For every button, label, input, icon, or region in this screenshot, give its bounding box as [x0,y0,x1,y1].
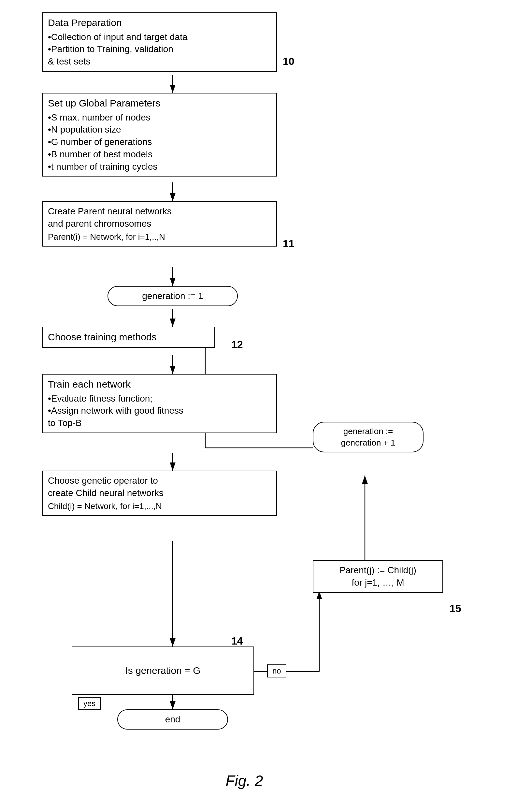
data-prep-line3: & test sets [48,55,271,68]
is-generation-text: Is generation = G [125,665,201,676]
choose-genetic-box: Choose genetic operator to create Child … [42,471,277,516]
label-ref14: 14 [231,635,243,647]
train-line1: •Evaluate fitness function; [48,392,271,405]
global-line5: •t number of training cycles [48,161,271,173]
gen-plus-line1: generation := [322,426,415,437]
genetic-line2: create Child neural networks [48,487,271,499]
data-prep-box: Data Preparation •Collection of input an… [42,12,277,72]
choose-training-text: Choose training methods [48,331,157,342]
fig-caption: Fig. 2 [179,772,309,790]
global-line3: •G number of generations [48,136,271,148]
train-line3: to Top-B [48,417,271,429]
create-parent-line1: Create Parent neural networks [48,205,271,217]
global-params-title: Set up Global Parameters [48,97,271,110]
generation-plus-box: generation := generation + 1 [313,422,423,452]
label-ref15: 15 [450,602,461,615]
parent-child-line2: for j=1, …, M [318,577,437,589]
parent-child-box: Parent(j) := Child(j) for j=1, …, M [313,560,443,593]
end-text: end [165,714,180,724]
label-ref12: 12 [231,339,243,351]
global-line4: •B number of best models [48,148,271,161]
data-prep-title: Data Preparation [48,16,271,30]
genetic-line1: Choose genetic operator to [48,474,271,487]
global-line2: •N population size [48,124,271,136]
generation-init-box: generation := 1 [108,286,238,306]
yes-label: yes [78,697,101,710]
is-generation-box: Is generation = G [72,647,254,695]
global-line1: •S max. number of nodes [48,111,271,124]
generation-init-text: generation := 1 [142,291,203,301]
parent-child-line1: Parent(j) := Child(j) [318,564,437,577]
data-prep-line1: •Collection of input and target data [48,31,271,43]
global-params-box: Set up Global Parameters •S max. number … [42,93,277,177]
create-parent-box: Create Parent neural networks and parent… [42,201,277,246]
label-ref11: 11 [283,238,294,250]
label-ref10: 10 [283,55,294,67]
create-parent-line3: Parent(i) = Network, for i=1,..,N [48,231,271,243]
create-parent-line2: and parent chromosomes [48,217,271,230]
data-prep-line2: •Partition to Training, validation [48,43,271,55]
train-title: Train each network [48,378,271,391]
train-each-box: Train each network •Evaluate fitness fun… [42,374,277,433]
gen-plus-line2: generation + 1 [322,437,415,449]
choose-training-box: Choose training methods [42,327,215,348]
diagram-container: Data Preparation •Collection of input an… [0,0,532,810]
genetic-line3: Child(i) = Network, for i=1,...,N [48,501,271,512]
end-box: end [117,709,228,730]
train-line2: •Assign network with good fitness [48,405,271,417]
no-label: no [267,664,286,678]
